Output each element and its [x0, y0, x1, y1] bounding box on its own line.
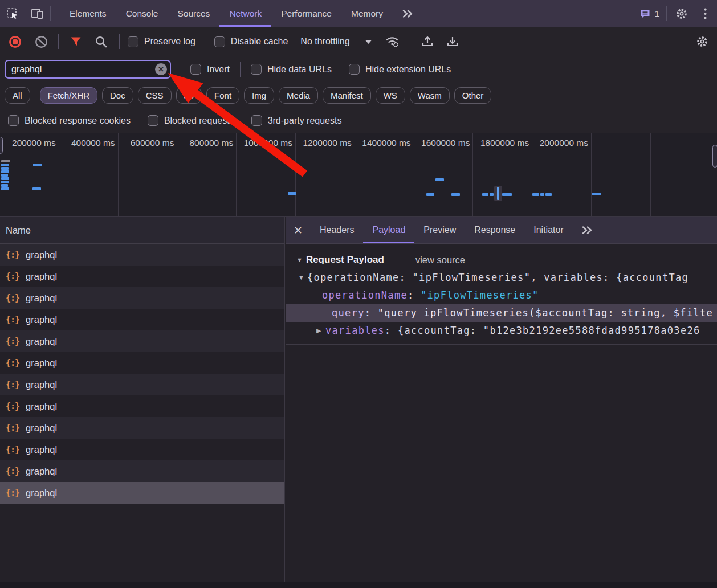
detail-tab-response[interactable]: Response — [465, 217, 524, 243]
payload-tree-row[interactable]: query: "query ipFlowTimeseries($accountT… — [286, 304, 717, 322]
network-overview-timeline[interactable]: 200000 ms400000 ms600000 ms800000 ms1000… — [0, 133, 717, 217]
payload-token: {operationName: "ipFlowTimeseries", vari… — [307, 272, 689, 283]
request-waterfall-bar — [1, 177, 9, 180]
filter-chip-js[interactable]: JS — [176, 87, 202, 104]
timeline-column: 200000 ms — [0, 133, 59, 216]
detail-tab-preview[interactable]: Preview — [414, 217, 465, 243]
checkbox[interactable] — [148, 115, 158, 126]
close-detail-icon[interactable]: ✕ — [286, 217, 311, 243]
detail-more-tabs-chevron-icon[interactable] — [573, 217, 602, 243]
filter-chip-img[interactable]: Img — [244, 87, 274, 104]
filter-chip-media[interactable]: Media — [279, 87, 318, 104]
detail-tab-payload[interactable]: Payload — [363, 217, 414, 243]
overview-left-handle[interactable] — [0, 137, 3, 154]
filter-chip-doc[interactable]: Doc — [102, 87, 133, 104]
filter-chip-wasm[interactable]: Wasm — [410, 87, 450, 104]
tab-sources[interactable]: Sources — [168, 0, 220, 27]
fetch-xhr-icon: {:} — [6, 379, 19, 390]
selected-request-marker-line — [497, 187, 499, 200]
requests-panel: Name {:}graphql{:}graphql{:}graphql{:}gr… — [0, 217, 285, 582]
request-name: graphql — [26, 358, 57, 369]
checkbox-label: Blocked response cookies — [25, 116, 131, 126]
name-column-header[interactable]: Name — [0, 217, 284, 244]
checkbox[interactable] — [8, 115, 19, 126]
payload-tree-row[interactable]: operationName: "ipFlowTimeseries" — [286, 287, 717, 304]
issues-button[interactable]: 1 — [635, 8, 664, 19]
filter-chip-all[interactable]: All — [5, 87, 30, 104]
detail-tab-headers[interactable]: Headers — [311, 217, 363, 243]
clear-filter-icon[interactable]: ✕ — [155, 63, 167, 75]
divider — [58, 34, 59, 49]
request-waterfall-bar — [435, 178, 444, 181]
collapse-triangle-icon[interactable]: ▼ — [296, 256, 303, 263]
blocked-response-cookies-checkbox[interactable]: Blocked response cookies — [8, 115, 131, 126]
fetch-xhr-icon: {:} — [6, 401, 19, 411]
request-waterfall-bar — [1, 187, 9, 190]
request-row[interactable]: {:}graphql — [0, 244, 284, 266]
inspect-element-icon[interactable] — [0, 0, 25, 27]
filter-chip-fetchxhr[interactable]: Fetch/XHR — [40, 87, 97, 104]
view-source-link[interactable]: view source — [415, 255, 465, 266]
hide-data-urls-checkbox[interactable]: Hide data URLs — [251, 64, 332, 75]
disable-cache-checkbox[interactable]: Disable cache — [214, 36, 288, 47]
overview-right-handle[interactable] — [712, 145, 717, 168]
filter-funnel-icon[interactable] — [66, 31, 86, 52]
blocked-requests-checkbox[interactable]: Blocked requests — [148, 115, 234, 126]
hide-extension-urls-checkbox[interactable]: Hide extension URLs — [349, 64, 451, 75]
expanded-triangle-icon[interactable]: ▼ — [298, 269, 304, 287]
checkbox[interactable] — [349, 64, 360, 75]
search-icon[interactable] — [91, 31, 111, 52]
request-row[interactable]: {:}graphql — [0, 287, 284, 309]
fetch-xhr-icon: {:} — [6, 271, 19, 281]
filter-chip-css[interactable]: CSS — [138, 87, 172, 104]
tab-console[interactable]: Console — [116, 0, 168, 27]
timeline-tick-label: 400000 ms — [71, 138, 115, 148]
request-row[interactable]: {:}graphql — [0, 330, 284, 352]
throttling-dropdown[interactable]: No throttling — [300, 36, 372, 47]
more-tabs-chevron-icon[interactable] — [393, 0, 423, 27]
request-row[interactable]: {:}graphql — [0, 417, 284, 439]
export-har-icon[interactable] — [442, 31, 463, 52]
request-row[interactable]: {:}graphql — [0, 482, 284, 504]
payload-tree-row[interactable]: ▶variables: {accountTag: "b12e3b2192ee55… — [286, 322, 717, 340]
import-har-icon[interactable] — [417, 31, 438, 52]
filter-chip-font[interactable]: Font — [206, 87, 239, 104]
request-row[interactable]: {:}graphql — [0, 374, 284, 395]
request-row[interactable]: {:}graphql — [0, 439, 284, 460]
filter-chip-other[interactable]: Other — [454, 87, 492, 104]
clear-network-log-button[interactable] — [31, 31, 51, 52]
collapsed-triangle-icon[interactable]: ▶ — [316, 322, 321, 340]
checkbox[interactable] — [128, 36, 138, 47]
request-row[interactable]: {:}graphql — [0, 352, 284, 374]
timeline-column: 400000 ms — [59, 133, 119, 216]
payload-tree-row[interactable]: ▼{operationName: "ipFlowTimeseries", var… — [286, 269, 717, 287]
detail-tab-initiator[interactable]: Initiator — [524, 217, 572, 243]
3rd-party-requests-checkbox[interactable]: 3rd-party requests — [251, 115, 342, 126]
network-conditions-icon[interactable] — [382, 31, 403, 52]
checkbox[interactable] — [214, 36, 225, 47]
filter-chip-ws[interactable]: WS — [376, 87, 405, 104]
tab-performance[interactable]: Performance — [271, 0, 341, 27]
network-toolbar: Preserve log Disable cache No throttling — [0, 27, 717, 56]
filter-input[interactable] — [5, 60, 171, 79]
request-waterfall-bar — [1, 160, 10, 162]
invert-checkbox[interactable]: Invert — [190, 64, 230, 75]
request-row[interactable]: {:}graphql — [0, 460, 284, 482]
request-row[interactable]: {:}graphql — [0, 395, 284, 417]
kebab-menu-icon[interactable] — [696, 8, 714, 19]
tab-network[interactable]: Network — [219, 0, 271, 27]
filter-chip-manifest[interactable]: Manifest — [323, 87, 371, 104]
device-toolbar-icon[interactable] — [25, 0, 50, 27]
request-row[interactable]: {:}graphql — [0, 309, 284, 330]
checkbox[interactable] — [251, 115, 262, 126]
tab-memory[interactable]: Memory — [341, 0, 393, 27]
request-row[interactable]: {:}graphql — [0, 266, 284, 287]
preserve-log-checkbox[interactable]: Preserve log — [128, 36, 195, 47]
checkbox[interactable] — [251, 64, 262, 75]
record-network-log-button[interactable] — [5, 31, 25, 52]
fetch-xhr-icon: {:} — [6, 336, 19, 346]
checkbox[interactable] — [190, 64, 201, 75]
tab-elements[interactable]: Elements — [60, 0, 116, 27]
settings-gear-icon[interactable] — [669, 7, 694, 20]
panel-settings-gear-icon[interactable] — [692, 31, 712, 52]
